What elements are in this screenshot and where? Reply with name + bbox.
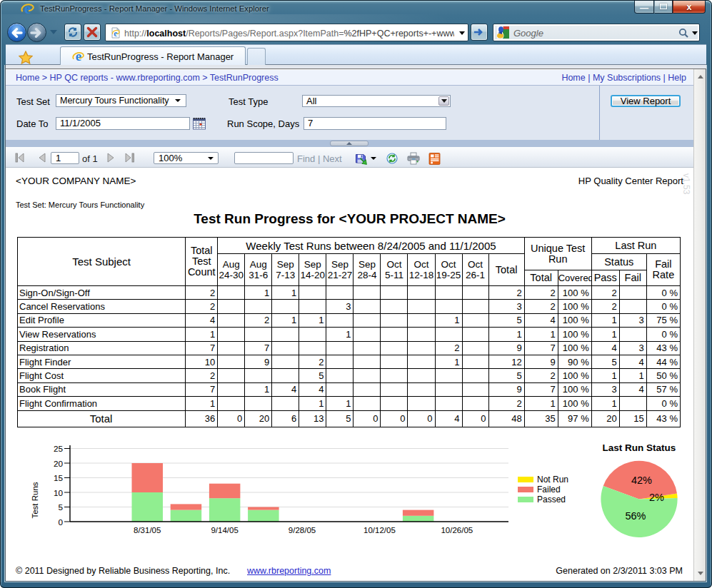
svg-text:10: 10 <box>54 488 64 498</box>
svg-text:15: 15 <box>54 473 64 483</box>
svg-text:56%: 56% <box>625 510 646 522</box>
svg-text:Last Run Status: Last Run Status <box>603 442 676 453</box>
svg-text:10/26/05: 10/26/05 <box>441 526 473 534</box>
svg-text:9/28/05: 9/28/05 <box>289 526 316 534</box>
svg-text:20: 20 <box>54 459 64 469</box>
svg-text:10/12/05: 10/12/05 <box>363 526 396 534</box>
svg-text:8/31/05: 8/31/05 <box>134 526 161 534</box>
svg-text:5: 5 <box>58 502 63 512</box>
svg-text:2%: 2% <box>649 492 664 503</box>
svg-text:25: 25 <box>54 444 64 454</box>
svg-text:Test Runs: Test Runs <box>31 482 39 518</box>
svg-text:Passed: Passed <box>537 495 566 505</box>
svg-text:42%: 42% <box>631 475 652 486</box>
svg-text:e: e <box>114 29 118 39</box>
svg-text:Failed: Failed <box>537 485 561 495</box>
svg-text:0: 0 <box>58 517 63 527</box>
svg-text:9/14/05: 9/14/05 <box>211 526 238 534</box>
svg-text:Not Run: Not Run <box>537 475 568 485</box>
